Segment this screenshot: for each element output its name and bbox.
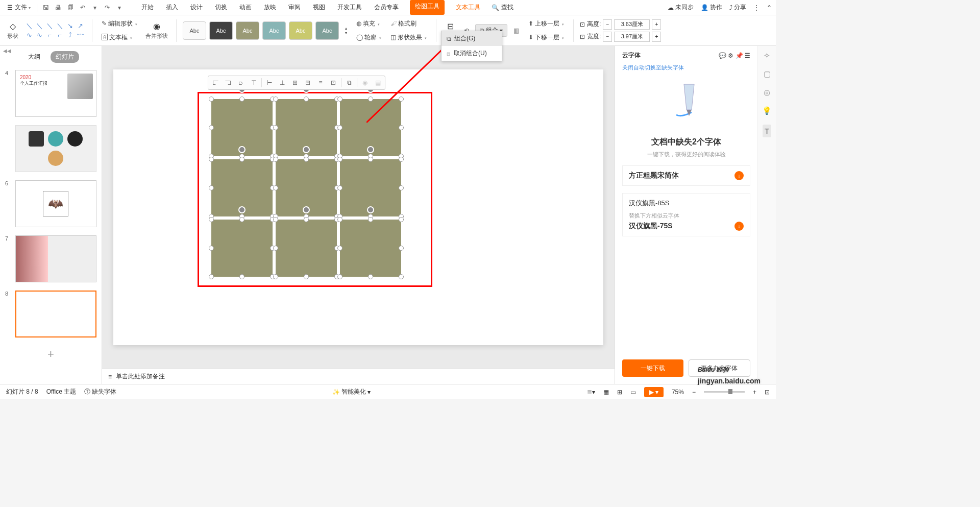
share-button[interactable]: ⤴ 分享 — [729, 3, 746, 12]
height-minus[interactable]: − — [603, 19, 612, 30]
distribute-h-icon[interactable]: ⊞ — [289, 77, 301, 88]
file-menu[interactable]: ☰ 文件 — [4, 2, 34, 13]
bring-forward-button[interactable]: ⬆ 上移一层 — [525, 18, 567, 30]
width-input[interactable] — [614, 32, 650, 42]
distribute-v-icon[interactable]: ⊟ — [302, 77, 314, 88]
add-slide-button[interactable]: + — [0, 344, 102, 365]
shape-grid[interactable]: ＼＼＼＼↘↗ ∿∿⌐⌐⤴〰 — [23, 21, 86, 40]
loc-icon[interactable]: ◉ — [359, 77, 371, 88]
font-card-1[interactable]: 方正粗黑宋简体 ↓ — [622, 165, 750, 186]
outline-button[interactable]: ◯ 轮廓 — [353, 32, 384, 43]
style-3[interactable]: Abc — [236, 21, 259, 40]
redo-icon[interactable]: ↷ — [102, 2, 113, 13]
search-button[interactable]: 🔍 查找 — [492, 3, 513, 12]
tab-transition[interactable]: 切换 — [214, 0, 228, 15]
align-top-icon[interactable]: ⊤ — [248, 77, 260, 88]
style-6[interactable]: Abc — [315, 21, 339, 40]
group-icon[interactable]: ⧉ — [343, 77, 355, 88]
send-backward-button[interactable]: ⬇ 下移一层 — [525, 32, 567, 43]
style-2[interactable]: Abc — [209, 21, 233, 40]
zoom-in-icon[interactable]: + — [753, 389, 756, 396]
menu-group[interactable]: ⧉ 组合(G) — [442, 31, 502, 46]
tab-text-tools[interactable]: 文本工具 — [455, 0, 481, 15]
outline-tab[interactable]: 大纲 — [23, 51, 45, 63]
shape-gallery[interactable]: ◇形状 — [5, 21, 20, 40]
style-4[interactable]: Abc — [262, 21, 286, 40]
text-icon[interactable]: T — [763, 125, 771, 137]
styles-more-icon[interactable]: ▴▾ — [342, 25, 350, 37]
missing-fonts-status[interactable]: Ⓣ 缺失字体 — [84, 388, 116, 396]
undo-dd-icon[interactable]: ▾ — [89, 2, 101, 13]
height-input[interactable] — [614, 19, 650, 30]
tab-devtools[interactable]: 开发工具 — [336, 0, 363, 15]
tab-view[interactable]: 视图 — [312, 0, 326, 15]
notes-bar[interactable]: ≡ 单击此处添加备注 — [102, 369, 615, 384]
pin-icon[interactable]: 📌 — [736, 52, 743, 59]
collapse-panel-icon[interactable]: ◀◀ — [3, 48, 11, 54]
edit-shape-button[interactable]: ✎ 编辑形状 — [99, 18, 140, 30]
lib-icon[interactable]: ▤ — [372, 77, 384, 88]
equal-width-icon[interactable]: ≡ — [314, 77, 327, 88]
thumb-6[interactable]: 6 🦇 — [0, 178, 102, 233]
view-normal-icon[interactable]: ▦ — [603, 389, 609, 396]
format-painter-button[interactable]: 🖌 格式刷 — [387, 18, 430, 30]
beautify-button[interactable]: ✨ 智能美化 ▾ — [332, 388, 371, 396]
width-minus[interactable]: − — [603, 32, 612, 42]
sync-status[interactable]: ☁ 未同步 — [668, 3, 694, 12]
collapse-ribbon-icon[interactable]: ⌃ — [767, 4, 772, 11]
selected-shapes[interactable] — [211, 99, 401, 277]
menu-icon[interactable]: ☰ — [745, 52, 750, 59]
theme-label[interactable]: Office 主题 — [46, 388, 76, 396]
bulb-icon[interactable]: 💡 — [762, 106, 772, 115]
font-card-2[interactable]: 汉仪旗黑-85S 替换下方相似云字体 汉仪旗黑-75S ↓ — [622, 193, 750, 236]
slide[interactable]: ⫍ ⫎ ⫐ ⊤ ⊢ ⊥ ⊞ ⊟ ≡ ⊡ ⧉ ◉ ▤ — [113, 69, 603, 345]
download-all-button[interactable]: 一键下载 — [622, 359, 683, 377]
merge-shapes-button[interactable]: ◉合并形状 — [143, 21, 170, 40]
tab-review[interactable]: 审阅 — [287, 0, 302, 15]
more-fonts-button[interactable]: 更多办公字体 — [689, 359, 751, 377]
selection-pane-icon[interactable]: ▥ — [510, 26, 522, 36]
print-icon[interactable]: 🖶 — [53, 2, 64, 13]
slides-tab[interactable]: 幻灯片 — [51, 51, 79, 63]
chat-icon[interactable]: 💬 — [719, 52, 726, 59]
thumb-7[interactable]: 7 — [0, 233, 102, 288]
collab-button[interactable]: 👤 协作 — [701, 3, 722, 12]
thumb-5[interactable] — [0, 123, 102, 178]
view-sorter-icon[interactable]: ⊞ — [617, 389, 622, 396]
shape-effects-button[interactable]: ◫ 形状效果 — [387, 32, 430, 43]
thumb-4[interactable]: 4 2020个人工作汇报 — [0, 68, 102, 123]
zoom-out-icon[interactable]: − — [692, 389, 696, 396]
tab-start[interactable]: 开始 — [140, 0, 155, 15]
zoom-slider[interactable] — [704, 391, 745, 393]
save-icon[interactable]: 🖫 — [40, 2, 52, 13]
notes-toggle-icon[interactable]: ≣▾ — [587, 389, 595, 396]
tab-animation[interactable]: 动画 — [238, 0, 253, 15]
notes-placeholder[interactable]: 单击此处添加备注 — [116, 372, 165, 381]
equal-height-icon[interactable]: ⊡ — [327, 77, 339, 88]
thumb-8[interactable]: 8 — [0, 288, 102, 344]
height-plus[interactable]: + — [652, 19, 661, 30]
style-1[interactable]: Abc — [183, 21, 206, 40]
download-icon[interactable]: ↓ — [734, 171, 744, 180]
tab-drawing-tools[interactable]: 绘图工具 — [410, 0, 445, 15]
tab-vip[interactable]: 会员专享 — [373, 0, 400, 15]
textbox-button[interactable]: 🄰 文本框 — [99, 32, 140, 43]
view-reading-icon[interactable]: ▭ — [630, 389, 636, 396]
tab-slideshow[interactable]: 放映 — [263, 0, 277, 15]
present-icon[interactable]: ▢ — [764, 69, 771, 79]
redo-dd-icon[interactable]: ▾ — [114, 2, 125, 13]
sparkle-icon[interactable]: ✧ — [764, 51, 770, 60]
align-middle-icon[interactable]: ⊢ — [263, 77, 276, 88]
more-icon[interactable]: ⋮ — [753, 4, 760, 11]
fit-icon[interactable]: ⊡ — [765, 389, 770, 396]
align-bottom-icon[interactable]: ⊥ — [276, 77, 288, 88]
tab-insert[interactable]: 插入 — [165, 0, 179, 15]
target-icon[interactable]: ◎ — [764, 88, 770, 97]
disable-auto-switch-link[interactable]: 关闭自动切换至缺失字体 — [622, 64, 750, 71]
print-preview-icon[interactable]: 🗐 — [65, 2, 76, 13]
width-plus[interactable]: + — [652, 32, 661, 42]
gear-icon[interactable]: ⚙ — [728, 52, 733, 59]
align-left-icon[interactable]: ⫍ — [209, 77, 222, 88]
align-right-icon[interactable]: ⫐ — [235, 77, 247, 88]
fill-button[interactable]: ◍ 填充 — [353, 18, 384, 30]
